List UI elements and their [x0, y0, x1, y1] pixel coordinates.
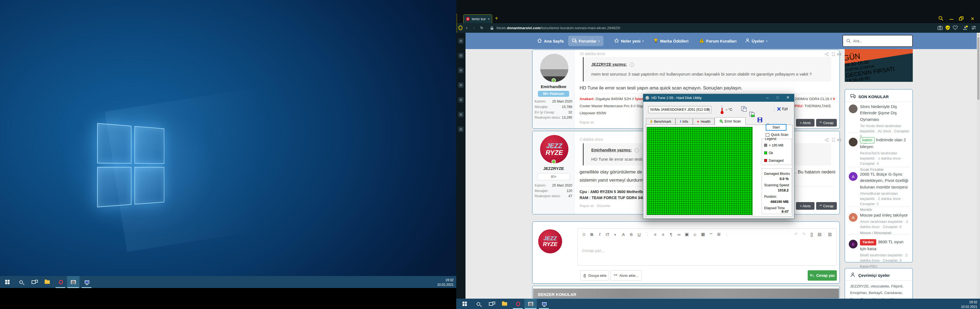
bookmark-button[interactable]	[832, 52, 835, 58]
topic-item[interactable]: İndirimİndirimde olan 2 bileşen ReXnaTeC…	[860, 137, 910, 171]
link-icon[interactable]: ∞	[677, 232, 681, 237]
tab-close-icon[interactable]: ×	[488, 17, 490, 21]
post-timestamp[interactable]: 10 dakika önce	[579, 51, 605, 56]
reload-button[interactable]: ↻	[480, 26, 484, 30]
avatar[interactable]: JEZZ RYZE	[540, 135, 568, 163]
opera-sidebar-icon[interactable]	[458, 38, 464, 44]
downloads-button[interactable]	[963, 26, 968, 32]
font-family-icon[interactable]: A	[622, 232, 625, 237]
nav-uyeler[interactable]: Üyeler ▾	[745, 33, 767, 49]
share-button[interactable]	[824, 138, 829, 143]
topic-title[interactable]: İndirimİndirimde olan 2 bileşen	[860, 137, 910, 150]
tab-info[interactable]: i Info	[675, 118, 693, 125]
quote-block[interactable]: JEZZRYZE yazmış: ↑ mem test sorunsuz 3 s…	[583, 57, 831, 82]
hdtune-titlebar[interactable]: HD Tune 2.55 - Hard Disk Utility – □ ×	[643, 94, 794, 102]
opera-sidebar-icon[interactable]	[458, 126, 464, 132]
opera-sidebar-icon[interactable]	[458, 82, 464, 88]
editor-box[interactable]: ◇ B I tT ◐ A S U ⋮ ≡ ≡ ¶ ∞ ▣ ☺ ▦ ““	[578, 228, 837, 266]
hdtune-taskbar-button[interactable]	[524, 299, 537, 309]
window-close-button[interactable]: ×	[971, 15, 974, 22]
hdtune-taskbar-button[interactable]	[67, 276, 80, 288]
reply-button[interactable]: ““ Cevap	[816, 202, 837, 210]
page-scrollbar[interactable]: ▲	[977, 33, 980, 299]
quote-author[interactable]: Emirhandkee yazmış:	[591, 148, 632, 152]
avatar[interactable]: JEZZ RYZE	[538, 229, 562, 253]
topic-item[interactable]: Mouse pad imleç takılıyor Aiszrr tarafın…	[860, 212, 910, 235]
remove-format-icon[interactable]: ◇	[582, 232, 586, 237]
scrollbar-thumb[interactable]	[977, 37, 980, 100]
window-search-button[interactable]	[938, 16, 943, 22]
new-tab-button[interactable]: +	[495, 15, 498, 22]
opera-gx-taskbar-button[interactable]	[512, 299, 524, 309]
topic-category[interactable]: Monitör	[860, 208, 910, 211]
post-number[interactable]: #5	[837, 138, 842, 142]
italic-icon[interactable]: I	[598, 232, 601, 237]
opera-gx-taskbar-button[interactable]	[54, 276, 67, 288]
file-explorer-button[interactable]	[498, 299, 511, 309]
copy-image-icon[interactable]	[749, 112, 756, 117]
report-link[interactable]: Rapor et	[579, 120, 594, 124]
alignment-icon[interactable]: ≡	[661, 232, 665, 237]
scroll-up-icon[interactable]: ▲	[977, 34, 980, 36]
quote-jump-icon[interactable]: ↑	[630, 62, 634, 67]
share-button[interactable]	[824, 52, 829, 58]
copy-text-icon[interactable]	[741, 106, 747, 112]
minimize-icon[interactable]: –	[766, 95, 768, 100]
topic-item[interactable]: 2000 TL Bütçe G-Sync destekleyen, Pivot …	[860, 171, 910, 211]
search-input[interactable]	[853, 39, 905, 43]
nav-forumlar[interactable]: Forumlar ▾	[568, 36, 603, 46]
quote-button[interactable]: + Alıntı	[796, 202, 815, 210]
bold-icon[interactable]: B	[590, 232, 594, 237]
save-icon[interactable]	[757, 117, 764, 123]
opera-sidebar-icon[interactable]	[458, 97, 464, 102]
topic-avatar[interactable]	[849, 104, 858, 113]
attach-quote-button[interactable]: ““ Alıntı ekle...	[611, 270, 642, 281]
undo-icon[interactable]: ↶	[794, 232, 798, 237]
topic-avatar[interactable]: B	[849, 240, 858, 248]
attach-file-button[interactable]: Dosya ekle	[581, 270, 609, 281]
maximize-icon[interactable]: □	[776, 95, 778, 99]
nav-neler-yeni[interactable]: Neler yeni ▾	[614, 33, 644, 49]
topic-avatar[interactable]: A	[849, 213, 858, 222]
start-button[interactable]	[1, 276, 14, 288]
post-username[interactable]: Emirhandkee	[533, 84, 575, 89]
task-view-button[interactable]	[27, 276, 40, 288]
opera-sidebar-icon[interactable]	[458, 112, 464, 117]
opera-sidebar-icon[interactable]	[458, 53, 464, 58]
search-button[interactable]	[15, 276, 27, 288]
font-size-icon[interactable]: tT	[606, 232, 609, 237]
window-minimize-button[interactable]	[950, 19, 953, 20]
browser-tab[interactable]: d temiz kurulum sonrası mav ×	[463, 14, 492, 23]
topic-title[interactable]: 2000 TL Bütçe G-Sync destekleyen, Pivot …	[860, 171, 910, 190]
post-username[interactable]: JEZZRYZE	[533, 166, 575, 171]
code-icon[interactable]: []	[810, 232, 814, 237]
checkbox[interactable]	[766, 133, 769, 137]
drive-select-dropdown[interactable]: NVMe JAMESDONKEY JD51 (512 GB) ∨	[648, 106, 711, 113]
search-button[interactable]	[472, 299, 485, 309]
opera-menu-icon[interactable]	[458, 26, 463, 30]
redo-icon[interactable]: ↷	[802, 232, 806, 237]
reply-input-placeholder[interactable]: Cevap yaz...	[582, 248, 605, 253]
opera-sidebar-icon[interactable]	[458, 68, 464, 73]
avatar[interactable]	[540, 54, 568, 82]
file-explorer-button[interactable]	[41, 276, 53, 288]
start-button[interactable]: Start	[766, 124, 786, 131]
ad-banner[interactable]: GÜN 09:30-18:30 ITOPYA.COM'DA GECENİN FI…	[845, 49, 913, 82]
nav-ana-sayfa[interactable]: Ana Sayfa	[537, 33, 564, 49]
exit-button[interactable]: Exit	[777, 107, 788, 111]
quote-button[interactable]: + Alıntı	[796, 119, 815, 126]
computer-app-taskbar-button[interactable]	[81, 276, 93, 288]
quote-jump-icon[interactable]: ↑	[635, 148, 639, 152]
topic-title[interactable]: Mouse pad imleç takılıyor	[860, 212, 910, 218]
topic-avatar[interactable]: A	[849, 172, 858, 181]
post-number[interactable]: #4	[837, 52, 842, 56]
favorites-button[interactable]	[953, 26, 958, 31]
bookmark-button[interactable]	[832, 138, 835, 143]
text-color-icon[interactable]: ◐	[614, 232, 617, 237]
online-members-names[interactable]: JEZZRYZE, vitoscalette, Filipinli, Emoji…	[850, 283, 908, 300]
tab-error-scan[interactable]: Error Scan	[714, 117, 746, 125]
task-view-button[interactable]	[485, 299, 497, 309]
strikethrough-icon[interactable]: S	[629, 232, 633, 237]
snapshot-button[interactable]	[937, 26, 943, 31]
topic-item[interactable]: Yardım3600 TL oyun için kasa Bilal0 tara…	[860, 239, 910, 268]
